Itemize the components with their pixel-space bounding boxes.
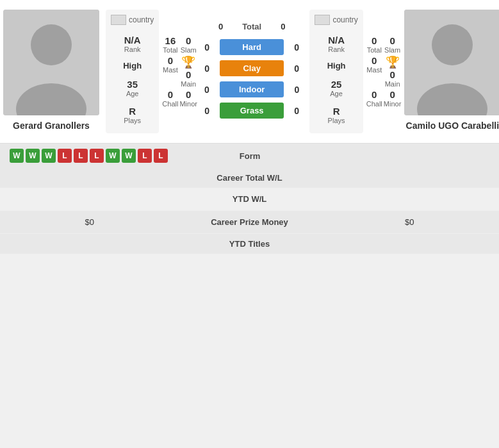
left-country: country — [111, 15, 154, 25]
form-badge-l: L — [138, 149, 152, 163]
right-player-name: Camilo UGO Carabelli — [406, 120, 499, 131]
left-slam: 0 Slam — [179, 35, 197, 54]
right-total: 0 Total — [366, 35, 382, 54]
right-country-img — [315, 15, 330, 25]
right-player-avatar — [404, 10, 499, 115]
left-player-card: Gerard Granollers — [0, 6, 102, 137]
form-badge-l: L — [90, 149, 104, 163]
left-stats-panel: country N/A Rank High 35 Age R Plays — [106, 10, 159, 133]
left-total: 16 Total — [162, 35, 178, 54]
career-prize-row: $0 Career Prize Money $0 — [0, 211, 499, 234]
left-player-name: Gerard Granollers — [13, 120, 90, 131]
career-prize-left: $0 — [10, 217, 170, 227]
left-rank: N/A Rank — [124, 35, 141, 53]
career-prize-label: Career Prize Money — [170, 217, 330, 227]
form-badges-left: WWWLLLWWLL — [10, 149, 168, 163]
career-wl-row: Career Total W/L — [0, 168, 499, 188]
left-main: 🏆 0 Main — [179, 55, 197, 88]
form-badge-w: W — [10, 149, 24, 163]
surfaces-center: 0 Total 0 0 Hard 0 0 Clay 0 0 Indoor 0 — [197, 6, 306, 137]
right-high: High — [327, 61, 346, 71]
grass-row: 0 Grass 0 — [200, 103, 303, 119]
form-badge-l: L — [58, 149, 72, 163]
career-wl-label: Career Total W/L — [217, 173, 282, 183]
form-label: Form — [171, 151, 329, 161]
left-mast: 0 Mast — [162, 55, 178, 88]
form-badge-w: W — [26, 149, 40, 163]
form-badge-w: W — [106, 149, 120, 163]
left-minor: 0 Minor — [179, 89, 197, 108]
right-country: country — [315, 15, 357, 25]
right-main: 🏆 0 Main — [384, 55, 402, 88]
form-row: WWWLLLWWLL Form — [0, 144, 499, 168]
left-chall: 0 Chall — [162, 89, 178, 108]
svg-point-1 — [31, 24, 72, 65]
indoor-row: 0 Indoor 0 — [200, 81, 303, 97]
clay-row: 0 Clay 0 — [200, 60, 303, 76]
svg-point-4 — [432, 24, 473, 65]
right-age: 25 Age — [330, 79, 343, 97]
career-prize-right: $0 — [329, 217, 489, 227]
right-rank: N/A Rank — [328, 35, 345, 53]
left-trophy-icon: 🏆 — [181, 55, 195, 69]
total-row: 0 Total 0 — [218, 22, 286, 31]
left-high: High — [123, 61, 142, 71]
left-num-grid: 16 Total 0 Slam 0 Mast 🏆 0 Main 0 — [162, 35, 197, 108]
left-player-avatar — [3, 10, 99, 115]
ytd-titles-label: YTD Titles — [229, 239, 270, 249]
left-country-img — [111, 15, 126, 25]
left-numbers: 16 Total 0 Slam 0 Mast 🏆 0 Main 0 — [162, 6, 197, 137]
right-minor: 0 Minor — [384, 89, 402, 108]
hard-row: 0 Hard 0 — [200, 39, 303, 55]
left-age: 35 Age — [126, 79, 139, 97]
comparison-section: Gerard Granollers country N/A Rank High … — [0, 0, 499, 144]
right-num-grid: 0 Total 0 Slam 0 Mast 🏆 0 Main 0 — [366, 35, 402, 108]
right-numbers: 0 Total 0 Slam 0 Mast 🏆 0 Main 0 — [366, 6, 402, 137]
ytd-titles-row: YTD Titles — [0, 234, 499, 254]
main-container: Gerard Granollers country N/A Rank High … — [0, 0, 499, 254]
right-trophy-icon: 🏆 — [386, 55, 400, 69]
right-stats-panel: country N/A Rank High 25 Age R Plays — [309, 10, 363, 133]
form-badge-w: W — [122, 149, 136, 163]
right-player-card: Camilo UGO Carabelli — [401, 6, 499, 137]
right-chall: 0 Chall — [366, 89, 382, 108]
ytd-wl-label: YTD W/L — [10, 194, 489, 204]
right-mast: 0 Mast — [366, 55, 382, 88]
form-badge-w: W — [42, 149, 56, 163]
left-plays: R Plays — [124, 106, 141, 124]
right-slam: 0 Slam — [384, 35, 402, 54]
form-badge-l: L — [74, 149, 88, 163]
right-plays: R Plays — [328, 106, 345, 124]
form-badge-l: L — [154, 149, 168, 163]
ytd-wl-row: YTD W/L — [0, 188, 499, 211]
